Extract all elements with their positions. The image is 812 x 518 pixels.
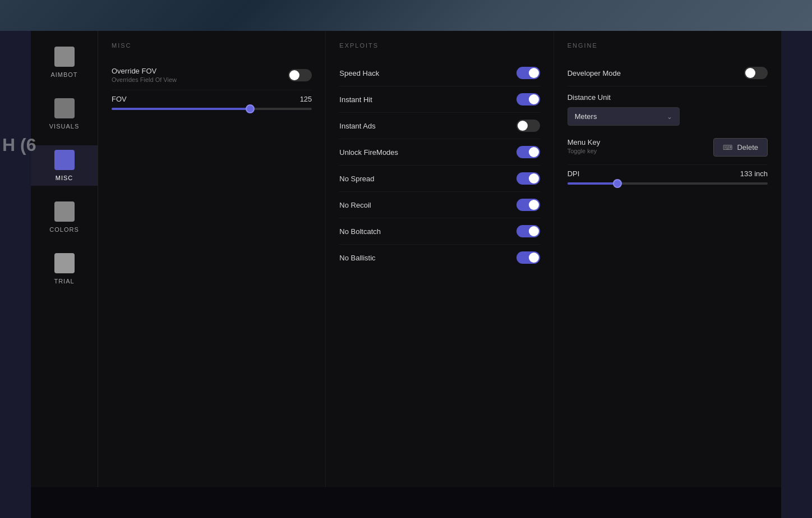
speed-hack-row: Speed Hack [339,60,539,86]
dpi-slider-header: DPI 133 inch [568,169,768,178]
sidebar-item-trial[interactable]: TRIAL [31,249,98,289]
no-spread-row: No Spread [339,166,539,192]
menu-key-sublabel: Toggle key [568,148,601,154]
sidebar-item-misc[interactable]: MISC [31,145,98,186]
keyboard-icon: ⌨ [723,144,732,152]
menu-key-row: Menu Key Toggle key ⌨ Delete [568,130,768,165]
developer-mode-row: Developer Mode [568,60,768,86]
dpi-slider-track[interactable] [568,182,768,185]
override-fov-sublabel: Overrides Field Of View [112,76,177,83]
misc-panel-title: MISC [112,42,312,49]
background-scene [0,0,812,31]
developer-mode-label: Developer Mode [568,69,621,77]
fov-slider-track[interactable] [112,108,312,110]
no-ballistic-label: No Ballistic [339,254,375,262]
instant-ads-label: Instant Ads [339,122,375,130]
unlock-firemodes-toggle[interactable] [516,146,540,158]
sidebar-item-visuals[interactable]: VISUALS [31,94,98,134]
instant-hit-thumb [529,94,539,104]
no-spread-thumb [529,173,539,184]
instant-hit-label: Instant Hit [339,95,372,104]
exploits-panel: EXPLOITS Speed Hack Instant Hit Instant … [326,31,553,487]
bottom-bar [31,487,781,518]
misc-panel: MISC Override FOV Overrides Field Of Vie… [98,31,326,487]
content-area: MISC Override FOV Overrides Field Of Vie… [98,31,781,487]
developer-mode-thumb [745,68,755,78]
sidebar-visuals-label: VISUALS [49,123,79,130]
no-spread-toggle[interactable] [516,172,540,185]
fov-slider-container: FOV 125 [112,90,312,119]
speed-hack-label: Speed Hack [339,69,379,77]
instant-hit-row: Instant Hit [339,86,539,113]
exploits-panel-title: EXPLOITS [339,42,539,49]
distance-unit-section: Distance Unit Meters ⌄ [568,86,768,130]
override-fov-label-group: Override FOV Overrides Field Of View [112,67,177,83]
sidebar-trial-label: TRIAL [54,278,74,285]
dpi-slider-container: DPI 133 inch [568,165,768,194]
speed-hack-toggle[interactable] [516,67,540,79]
menu-key-label-group: Menu Key Toggle key [568,138,601,154]
aimbot-icon [54,47,75,67]
main-overlay: AIMBOT VISUALS MISC COLORS TRIAL MISC [31,31,781,487]
override-fov-toggle-thumb [289,70,299,80]
colors-icon [54,201,75,222]
unlock-firemodes-label: Unlock FireModes [339,148,398,157]
override-fov-label: Override FOV [112,67,177,75]
distance-unit-value: Meters [575,112,597,121]
no-spread-label: No Spread [339,175,374,183]
developer-mode-toggle[interactable] [744,67,768,79]
speed-hack-thumb [529,68,539,78]
menu-key-button[interactable]: ⌨ Delete [713,138,768,157]
no-boltcatch-label: No Boltcatch [339,227,381,236]
dpi-slider-fill [568,182,617,185]
no-ballistic-toggle[interactable] [516,251,540,264]
fov-label: FOV [112,95,127,103]
trial-icon [54,253,75,273]
fov-slider-thumb[interactable] [246,104,255,113]
sidebar-item-colors[interactable]: COLORS [31,197,98,237]
distance-unit-label: Distance Unit [568,93,768,102]
no-ballistic-row: No Ballistic [339,245,539,271]
dpi-slider-thumb[interactable] [613,179,622,188]
no-ballistic-thumb [529,253,539,263]
no-boltcatch-row: No Boltcatch [339,218,539,245]
no-boltcatch-thumb [529,226,539,236]
no-recoil-row: No Recoil [339,192,539,218]
instant-ads-row: Instant Ads [339,113,539,139]
sidebar: AIMBOT VISUALS MISC COLORS TRIAL [31,31,98,487]
sidebar-misc-label: MISC [56,175,73,181]
unlock-firemodes-thumb [529,147,539,157]
no-recoil-thumb [529,200,539,210]
engine-panel-title: ENGINE [568,42,768,49]
dpi-label: DPI [568,169,580,178]
unlock-firemodes-row: Unlock FireModes [339,139,539,166]
no-recoil-toggle[interactable] [516,199,540,211]
dropdown-arrow-icon: ⌄ [667,113,672,121]
override-fov-row: Override FOV Overrides Field Of View [112,60,312,90]
dpi-value: 133 inch [740,169,768,178]
distance-unit-dropdown[interactable]: Meters ⌄ [568,107,680,126]
instant-hit-toggle[interactable] [516,93,540,106]
sidebar-colors-label: COLORS [49,226,79,233]
sidebar-aimbot-label: AIMBOT [50,71,77,78]
instant-ads-toggle[interactable] [516,120,540,132]
no-boltcatch-toggle[interactable] [516,225,540,237]
no-recoil-label: No Recoil [339,201,371,209]
misc-icon [54,150,75,170]
visuals-icon [54,98,75,118]
fov-slider-header: FOV 125 [112,95,312,103]
fov-value: 125 [300,95,312,103]
menu-key-label: Menu Key [568,138,601,146]
instant-ads-thumb [518,121,528,131]
fov-slider-fill [112,108,250,110]
sidebar-item-aimbot[interactable]: AIMBOT [31,42,98,82]
override-fov-toggle[interactable] [288,69,312,81]
engine-panel: ENGINE Developer Mode Distance Unit Mete… [554,31,781,487]
menu-key-value: Delete [737,143,758,152]
